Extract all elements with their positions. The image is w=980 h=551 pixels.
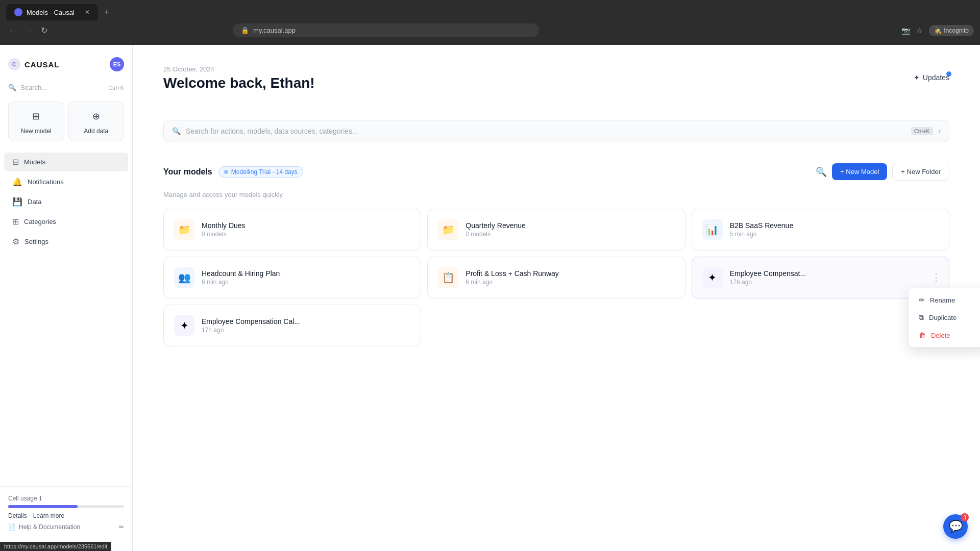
model-icon-profit-loss: 📋	[438, 267, 458, 288]
model-card-headcount[interactable]: 👥 Headcount & Hiring Plan 6 min ago	[163, 257, 421, 298]
notifications-nav-label: Notifications	[28, 178, 64, 186]
camera-icon[interactable]: 📷	[901, 27, 910, 35]
model-icon-quarterly-revenue: 📁	[438, 219, 458, 240]
tab-favicon	[14, 8, 22, 16]
rename-label: Rename	[930, 296, 955, 304]
section-subtitle: Manage and access your models quickly	[163, 191, 949, 198]
help-link[interactable]: 📄 Help & Documentation ✏	[8, 519, 124, 535]
sidebar-item-categories[interactable]: ⊞ Categories	[4, 212, 128, 231]
model-name-headcount: Headcount & Hiring Plan	[202, 269, 410, 278]
notifications-icon: 🔔	[12, 177, 22, 187]
user-avatar[interactable]: ES	[110, 57, 124, 71]
updates-notification-dot	[946, 71, 951, 77]
model-card-b2b-saas[interactable]: 📊 B2B SaaS Revenue 5 min ago	[692, 209, 949, 251]
new-model-label: New model	[21, 128, 52, 135]
context-menu-rename[interactable]: ✏ Rename	[912, 291, 980, 309]
model-icon-b2b-saas: 📊	[702, 219, 723, 240]
url-bar-bottom: https://my.causal.app/models/235661/edit	[0, 542, 111, 551]
duplicate-icon: ⧉	[919, 313, 924, 322]
model-meta-b2b-saas: 5 min ago	[730, 231, 939, 238]
url-text: https://my.causal.app/models/235661/edit	[4, 543, 107, 549]
search-icon: 🔍	[8, 84, 16, 91]
sidebar-nav: ⊟ Models 🔔 Notifications 💾 Data ⊞ Catego…	[0, 147, 132, 486]
address-text: my.causal.app	[253, 27, 296, 34]
add-data-button[interactable]: ⊕ Add data	[68, 102, 125, 141]
model-card-monthly-dues[interactable]: 📁 Monthly Dues 0 models	[163, 209, 421, 251]
learn-more-link[interactable]: Learn more	[33, 512, 64, 519]
model-name-profit-loss: Profit & Loss + Cash Runway	[465, 269, 674, 278]
new-model-sidebar-button[interactable]: ⊞ New model	[8, 102, 64, 141]
model-info-profit-loss: Profit & Loss + Cash Runway 6 min ago	[465, 269, 674, 286]
add-data-icon: ⊕	[88, 108, 104, 124]
lock-icon: 🔒	[241, 27, 249, 34]
trial-dot	[224, 170, 228, 174]
updates-button[interactable]: ✦ Updates	[914, 73, 949, 82]
models-nav-label: Models	[24, 158, 45, 166]
incognito-icon: 🕵	[934, 27, 942, 34]
logo[interactable]: C CAUSAL	[8, 58, 60, 70]
main-search-icon: 🔍	[172, 127, 181, 135]
updates-icon: ✦	[914, 73, 920, 82]
section-header: Your models Modelling Trial - 14 days 🔍 …	[163, 163, 949, 181]
model-meta-headcount: 6 min ago	[202, 279, 410, 286]
sidebar-logo-area: C CAUSAL ES	[0, 53, 132, 80]
context-menu-delete[interactable]: 🗑 Delete	[912, 327, 980, 344]
main-search-bar[interactable]: 🔍 Search for actions, models, data sourc…	[163, 120, 949, 142]
model-card-quarterly-revenue[interactable]: 📁 Quarterly Revenue 0 models	[427, 209, 685, 251]
tab-close-button[interactable]: ✕	[85, 9, 90, 16]
details-link[interactable]: Details	[8, 512, 27, 519]
chat-badge: 3	[961, 513, 969, 521]
model-card-employee-comp[interactable]: ✦ Employee Compensat... 17h ago ⋮ ✏ Rena…	[692, 257, 949, 298]
sidebar-item-notifications[interactable]: 🔔 Notifications	[4, 172, 128, 191]
sidebar-search[interactable]: 🔍 Search... Ctrl+K	[0, 80, 132, 95]
model-meta-monthly-dues: 0 models	[202, 231, 410, 238]
model-more-button[interactable]: ⋮	[929, 270, 943, 285]
categories-nav-label: Categories	[24, 218, 56, 226]
context-menu-duplicate[interactable]: ⧉ Duplicate	[912, 309, 980, 327]
reload-button[interactable]: ↻	[39, 23, 50, 37]
browser-nav-icons: 📷 ☆ 🕵 Incognito	[901, 25, 974, 36]
chat-button[interactable]: 💬 3	[943, 514, 968, 539]
sidebar-item-data[interactable]: 💾 Data	[4, 192, 128, 211]
model-info-employee-comp: Employee Compensat... 17h ago	[730, 269, 939, 286]
usage-fill	[8, 505, 78, 508]
page-date: 25 October, 2024	[163, 65, 315, 73]
model-meta-employee-comp: 17h ago	[730, 279, 939, 286]
models-grid-row3: ✦ Employee Compensation Cal... 17h ago	[163, 305, 949, 346]
star-icon[interactable]: ☆	[916, 27, 923, 35]
sidebar-item-models[interactable]: ⊟ Models	[4, 153, 128, 171]
new-tab-button[interactable]: +	[100, 5, 114, 20]
forward-button[interactable]: →	[22, 24, 35, 37]
rename-icon: ✏	[919, 296, 925, 304]
edit-icon: ✏	[119, 523, 124, 531]
sidebar: C CAUSAL ES 🔍 Search... Ctrl+K ⊞ New mod…	[0, 45, 133, 551]
model-card-employee-comp-cal[interactable]: ✦ Employee Compensation Cal... 17h ago	[163, 305, 421, 346]
model-name-employee-comp-cal: Employee Compensation Cal...	[202, 317, 410, 325]
models-grid-row1: 📁 Monthly Dues 0 models 📁 Quarterly Reve…	[163, 209, 949, 251]
model-info-monthly-dues: Monthly Dues 0 models	[202, 221, 410, 238]
active-tab[interactable]: Models - Causal ✕	[6, 4, 98, 20]
model-icon-headcount: 👥	[174, 267, 194, 288]
search-arrow-icon: ›	[938, 127, 941, 136]
model-meta-profit-loss: 6 min ago	[465, 279, 674, 286]
page-header: 25 October, 2024 Welcome back, Ethan!	[163, 65, 315, 91]
model-icon-employee-comp-cal: ✦	[174, 315, 194, 336]
sidebar-item-settings[interactable]: ⚙ Settings	[4, 232, 128, 251]
model-icon-monthly-dues: 📁	[174, 219, 194, 240]
delete-icon: 🗑	[919, 331, 926, 339]
model-meta-quarterly-revenue: 0 models	[465, 231, 674, 238]
app-layout: C CAUSAL ES 🔍 Search... Ctrl+K ⊞ New mod…	[0, 45, 980, 551]
settings-icon: ⚙	[12, 237, 19, 246]
models-search-icon[interactable]: 🔍	[816, 166, 827, 178]
models-grid-row2: 👥 Headcount & Hiring Plan 6 min ago 📋 Pr…	[163, 257, 949, 298]
new-folder-button[interactable]: + New Folder	[892, 163, 949, 181]
page-title: Welcome back, Ethan!	[163, 75, 315, 91]
address-bar[interactable]: 🔒 my.causal.app	[233, 23, 539, 37]
logo-icon: C	[8, 58, 20, 70]
new-model-icon: ⊞	[28, 108, 44, 124]
model-info-headcount: Headcount & Hiring Plan 6 min ago	[202, 269, 410, 286]
back-button[interactable]: ←	[6, 24, 18, 37]
model-card-profit-loss[interactable]: 📋 Profit & Loss + Cash Runway 6 min ago	[427, 257, 685, 298]
trial-badge[interactable]: Modelling Trial - 14 days	[218, 166, 303, 178]
new-model-button[interactable]: + New Model	[832, 163, 887, 180]
